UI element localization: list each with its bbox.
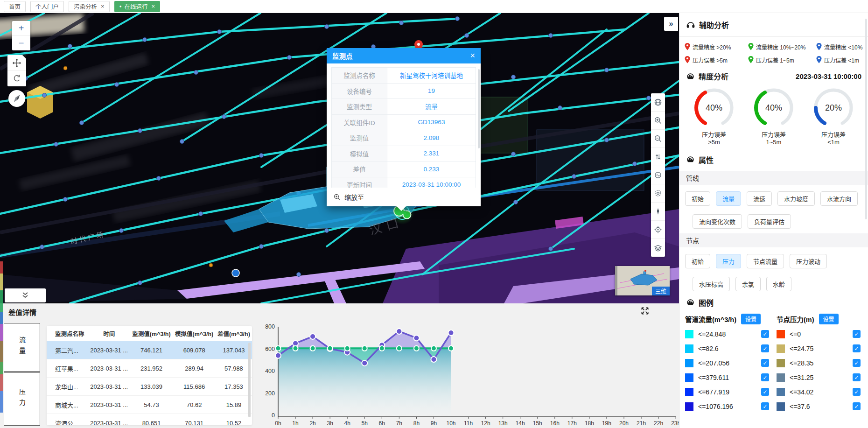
close-icon[interactable]: ×	[470, 51, 475, 61]
zoom-out-tool-button[interactable]	[651, 130, 665, 148]
panel-scrollbar[interactable]	[865, 19, 867, 219]
legend-checkbox[interactable]: ✓	[761, 402, 769, 410]
collapse-bottom-panel-button[interactable]	[5, 288, 46, 302]
table-cell: 115.686	[173, 378, 216, 396]
prop-button-压力[interactable]: 压力	[716, 254, 741, 268]
compass-needle-icon	[10, 91, 24, 106]
prop-button-初始[interactable]: 初始	[685, 254, 710, 268]
prop-button-水龄[interactable]: 水龄	[766, 277, 791, 291]
legend-checkbox[interactable]: ✓	[853, 373, 861, 381]
legend-settings-button[interactable]: 设置	[819, 314, 839, 324]
legend-item: <=37.6✓	[777, 402, 865, 411]
table-cell: 2023-03-31 ...	[88, 359, 130, 378]
prop-button-流速[interactable]: 流速	[747, 191, 772, 206]
prop-button-压力波动[interactable]: 压力波动	[790, 254, 827, 268]
legend-checkbox[interactable]: ✓	[761, 330, 769, 338]
svg-text:17h: 17h	[567, 420, 577, 427]
table-header: 时间	[88, 326, 130, 341]
table-row[interactable]: 商城大...2023-03-31 ...54.7370.6215.89	[47, 396, 252, 414]
prop-button-流量[interactable]: 流量	[716, 191, 741, 206]
tab-首页[interactable]: 首页	[4, 1, 26, 12]
tab-close-icon[interactable]: ×	[152, 3, 155, 10]
layers-button[interactable]	[651, 239, 665, 257]
legend-checkbox[interactable]: ✓	[761, 388, 769, 396]
tab-在线运行[interactable]: ●在线运行×	[114, 1, 160, 12]
svg-text:22h: 22h	[654, 420, 663, 427]
legend-checkbox[interactable]: ✓	[761, 359, 769, 367]
popup-field-label: 关联组件ID	[332, 115, 387, 130]
svg-text:400: 400	[265, 368, 275, 374]
popup-field-label: 监测类型	[332, 99, 387, 114]
legend-checkbox[interactable]: ✓	[853, 388, 861, 396]
svg-text:15h: 15h	[533, 420, 542, 427]
compass-tool-button[interactable]	[651, 203, 665, 221]
table-cell: 17.353	[216, 378, 252, 396]
svg-text:0h: 0h	[275, 420, 281, 427]
pin-legend-label: 压力误差 1~5m	[756, 56, 794, 64]
table-row[interactable]: 龙华山...2023-03-31 ...133.039115.68617.353	[47, 378, 252, 396]
zoom-in-tool-button[interactable]	[651, 112, 665, 130]
legend-settings-button[interactable]: 设置	[741, 314, 761, 324]
prop-button-水力坡度[interactable]: 水力坡度	[777, 191, 815, 206]
difference-table[interactable]: 监测点名称时间监测值(m^3/h)模拟值(m^3/h)差值(m^3/h) 第二汽…	[47, 326, 252, 425]
pan-button[interactable]	[7, 55, 26, 71]
rotate-button[interactable]	[7, 71, 26, 86]
minimap[interactable]: 三维	[615, 266, 670, 295]
up-down-arrows-icon	[654, 153, 662, 161]
tab-个人门户[interactable]: 个人门户	[30, 1, 64, 12]
tab-pressure[interactable]: 压力	[4, 372, 40, 426]
table-row[interactable]: 流潭公...2023-03-31 ...80.65170.13110.52	[47, 414, 252, 426]
prop-button-余氯[interactable]: 余氯	[735, 277, 761, 291]
table-row[interactable]: 红苹果...2023-03-31 ...231.952289.9457.988	[47, 359, 252, 378]
section-analysis-button[interactable]	[651, 166, 665, 184]
legend-checkbox[interactable]: ✓	[853, 330, 861, 338]
table-cell: 133.039	[130, 378, 173, 396]
swap-direction-button[interactable]	[651, 148, 665, 166]
popup-scrollbar[interactable]	[478, 69, 480, 148]
tab-污染分析[interactable]: 污染分析×	[69, 1, 110, 12]
zoom-in-button[interactable]: +	[12, 21, 30, 36]
minimap-mode-label[interactable]: 三维	[652, 287, 670, 295]
svg-text:3h: 3h	[327, 420, 333, 427]
tab-flow[interactable]: 流量	[4, 323, 40, 372]
legend-checkbox[interactable]: ✓	[853, 344, 861, 352]
legend-checkbox[interactable]: ✓	[853, 402, 861, 410]
popup-field-value: 2.098	[387, 130, 476, 146]
prop-button-水流方向[interactable]: 水流方向	[820, 191, 858, 206]
compass-button[interactable]	[8, 90, 25, 107]
zoom-out-button[interactable]: −	[12, 36, 30, 50]
tab-close-icon[interactable]: ×	[101, 3, 105, 10]
prop-button-初始[interactable]: 初始	[685, 191, 710, 206]
popup-pointer	[397, 206, 406, 211]
legend-columns: 管道流量(m^3/h)设置<=24.848✓<=82.6✓<=207.056✓<…	[679, 310, 868, 417]
prop-button-节点流量[interactable]: 节点流量	[747, 254, 784, 268]
expand-icon[interactable]	[640, 306, 651, 316]
table-row[interactable]: 第二汽...2023-03-31 ...746.121609.078137.04…	[47, 341, 252, 359]
globe-button[interactable]	[651, 93, 665, 112]
locate-button[interactable]	[651, 221, 665, 239]
flow-line-chart[interactable]: 02004006008000h1h2h3h4h5h6h7h8h9h10h11h1…	[254, 322, 679, 428]
table-cell: 70.62	[173, 396, 216, 414]
corner-marker	[22, 55, 26, 59]
popup-field-value[interactable]: 新星驾校干河培训基地	[387, 68, 476, 83]
svg-text:1h: 1h	[292, 420, 298, 427]
collapse-right-panel-button[interactable]: »	[664, 17, 678, 31]
svg-text:2h: 2h	[309, 420, 315, 427]
legend-checkbox[interactable]: ✓	[761, 373, 769, 381]
svg-text:5h: 5h	[362, 420, 368, 427]
prop-button-水压标高[interactable]: 水压标高	[693, 277, 730, 291]
prop-button-流向变化次数[interactable]: 流向变化次数	[693, 214, 742, 229]
table-cell: 流潭公...	[47, 414, 88, 426]
pin-legend-item: 压力误差 <1m	[816, 56, 867, 64]
table-cell: 15.89	[216, 396, 252, 414]
table-header: 模拟值(m^3/h)	[173, 326, 216, 341]
legend-checkbox[interactable]: ✓	[761, 344, 769, 352]
legend-color-swatch	[685, 330, 693, 338]
prop-button-负荷量评估[interactable]: 负荷量评估	[748, 214, 791, 229]
legend-checkbox[interactable]: ✓	[853, 359, 861, 367]
zoom-to-button[interactable]: 缩放至	[327, 188, 481, 206]
map-3d-view[interactable]: 时代广场 汉口 + − »	[0, 13, 679, 303]
table-cell: 137.043	[216, 341, 252, 359]
ring-select-button[interactable]	[651, 184, 665, 203]
table-scrollbar[interactable]	[248, 343, 251, 417]
